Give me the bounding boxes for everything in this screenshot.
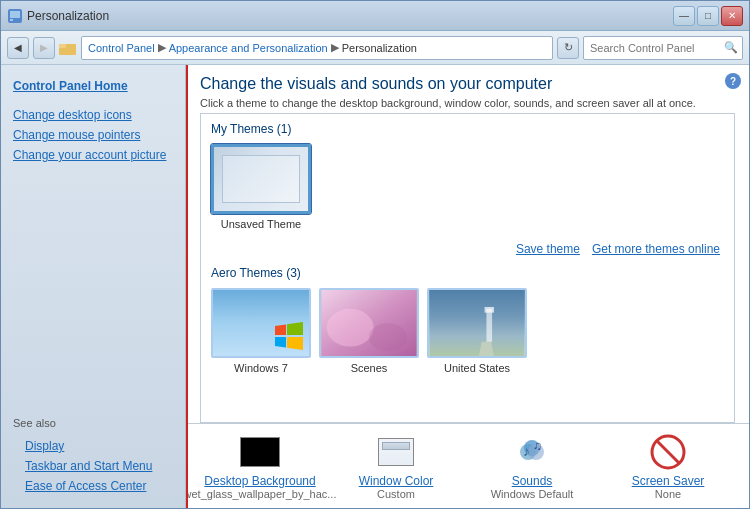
sidebar-ease-of-access[interactable]: Ease of Access Center bbox=[13, 476, 173, 496]
screen-saver-svg-icon bbox=[649, 433, 687, 471]
theme-windows7[interactable]: Windows 7 bbox=[211, 288, 311, 374]
close-button[interactable]: ✕ bbox=[721, 6, 743, 26]
screen-saver-icon bbox=[648, 432, 688, 472]
sidebar-taskbar[interactable]: Taskbar and Start Menu bbox=[13, 456, 173, 476]
scenes-illustration bbox=[321, 290, 417, 356]
content-subtitle: Click a theme to change the desktop back… bbox=[200, 97, 735, 109]
svg-point-6 bbox=[327, 309, 374, 347]
theme-unsaved[interactable]: Unsaved Theme bbox=[211, 144, 311, 230]
desktop-background-icon bbox=[240, 432, 280, 472]
title-bar-left: Personalization bbox=[7, 8, 109, 24]
scenes-thumb-bg bbox=[321, 290, 417, 356]
window-title: Personalization bbox=[27, 9, 109, 23]
svg-rect-8 bbox=[430, 290, 524, 356]
theme-us-thumbnail bbox=[427, 288, 527, 358]
maximize-button[interactable]: □ bbox=[697, 6, 719, 26]
main-window: Personalization — □ ✕ ◀ ▶ Control Panel … bbox=[0, 0, 750, 509]
svg-rect-4 bbox=[59, 44, 66, 48]
sidebar-control-panel-home[interactable]: Control Panel Home bbox=[1, 75, 185, 97]
svg-line-18 bbox=[657, 441, 679, 463]
us-thumb-bg bbox=[429, 290, 525, 356]
content-title: Change the visuals and sounds on your co… bbox=[200, 75, 735, 93]
screen-saver-item[interactable]: Screen Saver None bbox=[608, 432, 728, 500]
sidebar-display[interactable]: Display bbox=[13, 436, 173, 456]
minimize-button[interactable]: — bbox=[673, 6, 695, 26]
theme-scenes-thumbnail bbox=[319, 288, 419, 358]
screen-saver-sublabel: None bbox=[655, 488, 681, 500]
forward-button[interactable]: ▶ bbox=[33, 37, 55, 59]
desktop-background-label[interactable]: Desktop Background bbox=[204, 474, 315, 488]
window-icon bbox=[7, 8, 23, 24]
sidebar: Control Panel Home Change desktop icons … bbox=[1, 65, 186, 508]
window-color-sublabel: Custom bbox=[377, 488, 415, 500]
sounds-icon: ♪ ♫ bbox=[512, 432, 552, 472]
sounds-item[interactable]: ♪ ♫ Sounds Windows Default bbox=[472, 432, 592, 500]
theme-unsaved-label: Unsaved Theme bbox=[221, 218, 302, 230]
refresh-button[interactable]: ↻ bbox=[557, 37, 579, 59]
theme-windows7-label: Windows 7 bbox=[234, 362, 288, 374]
back-button[interactable]: ◀ bbox=[7, 37, 29, 59]
window-controls: — □ ✕ bbox=[673, 6, 743, 26]
screen-saver-label[interactable]: Screen Saver bbox=[632, 474, 705, 488]
content-area: Change the visuals and sounds on your co… bbox=[186, 65, 749, 508]
svg-rect-1 bbox=[10, 11, 20, 18]
svg-rect-2 bbox=[10, 19, 13, 21]
search-container: 🔍 bbox=[583, 36, 743, 60]
sidebar-change-mouse-pointers[interactable]: Change mouse pointers bbox=[1, 125, 185, 145]
window-color-label[interactable]: Window Color bbox=[359, 474, 434, 488]
svg-point-7 bbox=[369, 323, 407, 351]
get-more-themes-link[interactable]: Get more themes online bbox=[592, 242, 720, 256]
sidebar-also-links: Display Taskbar and Start Menu Ease of A… bbox=[1, 434, 185, 498]
svg-rect-9 bbox=[486, 309, 492, 342]
my-themes-label: My Themes (1) bbox=[201, 114, 734, 140]
desktop-background-item[interactable]: Desktop Background wet_glass_wallpaper_b… bbox=[200, 432, 320, 500]
theme-actions: Save theme Get more themes online bbox=[201, 238, 734, 258]
us-illustration bbox=[429, 290, 525, 356]
themes-container[interactable]: My Themes (1) Unsaved Theme Save th bbox=[200, 113, 735, 423]
sounds-label[interactable]: Sounds bbox=[512, 474, 553, 488]
window-color-icon bbox=[376, 432, 416, 472]
breadcrumb-personalization: Personalization bbox=[342, 42, 417, 54]
address-bar: ◀ ▶ Control Panel ▶ Appearance and Perso… bbox=[1, 31, 749, 65]
svg-rect-10 bbox=[485, 307, 494, 313]
unsaved-thumb-inner bbox=[222, 155, 300, 203]
theme-scenes[interactable]: Scenes bbox=[319, 288, 419, 374]
theme-unsaved-thumbnail bbox=[211, 144, 311, 214]
breadcrumb-appearance[interactable]: Appearance and Personalization bbox=[169, 42, 328, 54]
breadcrumb-control-panel[interactable]: Control Panel bbox=[88, 42, 155, 54]
theme-scenes-label: Scenes bbox=[351, 362, 388, 374]
sidebar-see-also: See also bbox=[1, 407, 185, 434]
help-icon[interactable]: ? bbox=[725, 73, 741, 89]
folder-icon bbox=[59, 40, 77, 56]
desktop-background-sublabel: wet_glass_wallpaper_by_hac... bbox=[186, 488, 336, 500]
sounds-sublabel: Windows Default bbox=[491, 488, 574, 500]
my-themes-row: Unsaved Theme bbox=[201, 140, 734, 238]
svg-text:♪: ♪ bbox=[523, 443, 530, 459]
windows-logo-icon bbox=[275, 322, 303, 350]
bottom-bar: Desktop Background wet_glass_wallpaper_b… bbox=[186, 423, 749, 508]
unsaved-thumb-bg bbox=[214, 147, 308, 211]
svg-text:♫: ♫ bbox=[533, 439, 542, 453]
search-icon[interactable]: 🔍 bbox=[721, 38, 741, 58]
breadcrumb[interactable]: Control Panel ▶ Appearance and Personali… bbox=[81, 36, 553, 60]
sidebar-links: Change desktop icons Change mouse pointe… bbox=[1, 105, 185, 165]
sidebar-change-desktop-icons[interactable]: Change desktop icons bbox=[1, 105, 185, 125]
main-layout: Control Panel Home Change desktop icons … bbox=[1, 65, 749, 508]
content-header: Change the visuals and sounds on your co… bbox=[186, 65, 749, 113]
title-bar: Personalization — □ ✕ bbox=[1, 1, 749, 31]
theme-united-states[interactable]: United States bbox=[427, 288, 527, 374]
theme-us-label: United States bbox=[444, 362, 510, 374]
sounds-svg-icon: ♪ ♫ bbox=[513, 433, 551, 471]
aero-themes-row: Windows 7 bbox=[201, 284, 734, 382]
search-input[interactable] bbox=[583, 36, 743, 60]
win7-thumb-bg bbox=[213, 290, 309, 356]
aero-themes-label: Aero Themes (3) bbox=[201, 258, 734, 284]
theme-windows7-thumbnail bbox=[211, 288, 311, 358]
window-color-item[interactable]: Window Color Custom bbox=[336, 432, 456, 500]
sidebar-change-account-picture[interactable]: Change your account picture bbox=[1, 145, 185, 165]
save-theme-link[interactable]: Save theme bbox=[516, 242, 580, 256]
